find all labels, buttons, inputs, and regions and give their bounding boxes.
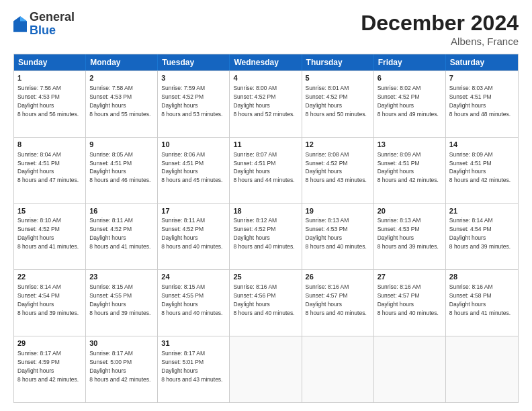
day-number: 6 xyxy=(378,73,442,83)
logo-icon xyxy=(13,16,27,32)
cell-details: Sunrise: 8:06 AMSunset: 4:51 PMDaylight … xyxy=(161,151,222,184)
day-number: 27 xyxy=(378,272,442,282)
day-number: 20 xyxy=(378,206,442,216)
table-row: 23Sunrise: 8:15 AMSunset: 4:55 PMDayligh… xyxy=(86,270,158,336)
table-row: 22Sunrise: 8:14 AMSunset: 4:54 PMDayligh… xyxy=(14,270,86,336)
cal-header-monday: Monday xyxy=(86,54,158,71)
table-row: 18Sunrise: 8:12 AMSunset: 4:52 PMDayligh… xyxy=(230,204,302,270)
cell-details: Sunrise: 7:56 AMSunset: 4:53 PMDaylight … xyxy=(17,85,79,118)
day-number: 15 xyxy=(17,206,82,216)
day-number: 11 xyxy=(233,140,298,150)
cal-header-wednesday: Wednesday xyxy=(230,54,302,71)
cell-details: Sunrise: 7:58 AMSunset: 4:53 PMDaylight … xyxy=(89,85,150,118)
table-row: 10Sunrise: 8:06 AMSunset: 4:51 PMDayligh… xyxy=(158,138,230,203)
logo-blue-text: Blue xyxy=(30,24,75,38)
day-number: 4 xyxy=(233,73,298,83)
cell-details: Sunrise: 8:09 AMSunset: 4:51 PMDaylight … xyxy=(378,151,439,184)
cell-details: Sunrise: 8:16 AMSunset: 4:56 PMDaylight … xyxy=(233,283,294,316)
day-number: 3 xyxy=(161,73,226,83)
table-row: 30Sunrise: 8:17 AMSunset: 5:00 PMDayligh… xyxy=(86,336,158,402)
logo-text: General Blue xyxy=(30,11,75,38)
header: General Blue December 2024 Albens, Franc… xyxy=(13,11,519,47)
table-row: 20Sunrise: 8:13 AMSunset: 4:53 PMDayligh… xyxy=(374,204,446,270)
day-number: 13 xyxy=(378,140,442,150)
cell-details: Sunrise: 8:14 AMSunset: 4:54 PMDaylight … xyxy=(17,283,79,316)
calendar-week-4: 22Sunrise: 8:14 AMSunset: 4:54 PMDayligh… xyxy=(14,269,518,336)
calendar-subtitle: Albens, France xyxy=(361,36,519,47)
cell-details: Sunrise: 8:04 AMSunset: 4:51 PMDaylight … xyxy=(17,151,79,184)
day-number: 29 xyxy=(17,338,82,349)
cell-details: Sunrise: 8:13 AMSunset: 4:53 PMDaylight … xyxy=(378,217,439,250)
cell-details: Sunrise: 8:12 AMSunset: 4:52 PMDaylight … xyxy=(233,217,294,250)
table-row: 6Sunrise: 8:02 AMSunset: 4:52 PMDaylight… xyxy=(374,71,446,137)
day-number: 1 xyxy=(17,73,82,83)
calendar-header-row: SundayMondayTuesdayWednesdayThursdayFrid… xyxy=(14,54,518,71)
table-row xyxy=(302,336,374,402)
table-row xyxy=(374,336,446,402)
day-number: 8 xyxy=(17,140,82,150)
day-number: 18 xyxy=(233,206,298,216)
table-row: 7Sunrise: 8:03 AMSunset: 4:51 PMDaylight… xyxy=(446,71,518,137)
logo-general-text: General xyxy=(30,11,75,24)
calendar-week-2: 8Sunrise: 8:04 AMSunset: 4:51 PMDaylight… xyxy=(14,137,518,203)
day-number: 10 xyxy=(161,140,226,150)
day-number: 2 xyxy=(89,73,154,83)
day-number: 16 xyxy=(89,206,154,216)
table-row: 21Sunrise: 8:14 AMSunset: 4:54 PMDayligh… xyxy=(446,204,518,270)
table-row: 17Sunrise: 8:11 AMSunset: 4:52 PMDayligh… xyxy=(158,204,230,270)
cell-details: Sunrise: 8:09 AMSunset: 4:51 PMDaylight … xyxy=(449,151,511,184)
calendar-body: 1Sunrise: 7:56 AMSunset: 4:53 PMDaylight… xyxy=(14,71,518,402)
cell-details: Sunrise: 8:17 AMSunset: 5:00 PMDaylight … xyxy=(89,350,150,383)
day-number: 25 xyxy=(233,272,298,282)
day-number: 19 xyxy=(306,206,370,216)
table-row: 11Sunrise: 8:07 AMSunset: 4:51 PMDayligh… xyxy=(230,138,302,203)
cell-details: Sunrise: 8:02 AMSunset: 4:52 PMDaylight … xyxy=(378,85,439,118)
cell-details: Sunrise: 7:59 AMSunset: 4:52 PMDaylight … xyxy=(161,85,222,118)
table-row: 25Sunrise: 8:16 AMSunset: 4:56 PMDayligh… xyxy=(230,270,302,336)
calendar: SundayMondayTuesdayWednesdayThursdayFrid… xyxy=(13,54,519,403)
table-row: 24Sunrise: 8:15 AMSunset: 4:55 PMDayligh… xyxy=(158,270,230,336)
day-number: 31 xyxy=(161,338,226,349)
table-row: 31Sunrise: 8:17 AMSunset: 5:01 PMDayligh… xyxy=(158,336,230,402)
cell-details: Sunrise: 8:14 AMSunset: 4:54 PMDaylight … xyxy=(449,217,511,250)
table-row: 8Sunrise: 8:04 AMSunset: 4:51 PMDaylight… xyxy=(14,138,86,203)
table-row: 19Sunrise: 8:13 AMSunset: 4:53 PMDayligh… xyxy=(302,204,374,270)
table-row: 5Sunrise: 8:01 AMSunset: 4:52 PMDaylight… xyxy=(302,71,374,137)
cell-details: Sunrise: 8:16 AMSunset: 4:57 PMDaylight … xyxy=(378,283,439,316)
page: General Blue December 2024 Albens, Franc… xyxy=(0,0,532,411)
cell-details: Sunrise: 8:07 AMSunset: 4:51 PMDaylight … xyxy=(233,151,294,184)
svg-marker-1 xyxy=(20,16,27,21)
cal-header-tuesday: Tuesday xyxy=(158,54,230,71)
calendar-week-5: 29Sunrise: 8:17 AMSunset: 4:59 PMDayligh… xyxy=(14,336,518,402)
cal-header-sunday: Sunday xyxy=(14,54,86,71)
day-number: 7 xyxy=(449,73,515,83)
cell-details: Sunrise: 8:13 AMSunset: 4:53 PMDaylight … xyxy=(306,217,367,250)
table-row xyxy=(446,336,518,402)
table-row: 28Sunrise: 8:16 AMSunset: 4:58 PMDayligh… xyxy=(446,270,518,336)
table-row: 13Sunrise: 8:09 AMSunset: 4:51 PMDayligh… xyxy=(374,138,446,203)
cell-details: Sunrise: 8:11 AMSunset: 4:52 PMDaylight … xyxy=(89,217,150,250)
table-row: 15Sunrise: 8:10 AMSunset: 4:52 PMDayligh… xyxy=(14,204,86,270)
cell-details: Sunrise: 8:01 AMSunset: 4:52 PMDaylight … xyxy=(306,85,367,118)
logo: General Blue xyxy=(13,11,75,38)
cell-details: Sunrise: 8:03 AMSunset: 4:51 PMDaylight … xyxy=(449,85,511,118)
calendar-week-1: 1Sunrise: 7:56 AMSunset: 4:53 PMDaylight… xyxy=(14,71,518,137)
table-row: 1Sunrise: 7:56 AMSunset: 4:53 PMDaylight… xyxy=(14,71,86,137)
cal-header-friday: Friday xyxy=(374,54,446,71)
table-row: 27Sunrise: 8:16 AMSunset: 4:57 PMDayligh… xyxy=(374,270,446,336)
day-number: 14 xyxy=(449,140,515,150)
cell-details: Sunrise: 8:17 AMSunset: 4:59 PMDaylight … xyxy=(17,350,79,383)
day-number: 23 xyxy=(89,272,154,282)
cell-details: Sunrise: 8:15 AMSunset: 4:55 PMDaylight … xyxy=(161,283,222,316)
table-row: 2Sunrise: 7:58 AMSunset: 4:53 PMDaylight… xyxy=(86,71,158,137)
day-number: 26 xyxy=(306,272,370,282)
title-block: December 2024 Albens, France xyxy=(361,11,519,47)
table-row: 3Sunrise: 7:59 AMSunset: 4:52 PMDaylight… xyxy=(158,71,230,137)
cell-details: Sunrise: 8:11 AMSunset: 4:52 PMDaylight … xyxy=(161,217,222,250)
cell-details: Sunrise: 8:17 AMSunset: 5:01 PMDaylight … xyxy=(161,350,222,383)
table-row: 29Sunrise: 8:17 AMSunset: 4:59 PMDayligh… xyxy=(14,336,86,402)
table-row: 4Sunrise: 8:00 AMSunset: 4:52 PMDaylight… xyxy=(230,71,302,137)
table-row: 26Sunrise: 8:16 AMSunset: 4:57 PMDayligh… xyxy=(302,270,374,336)
table-row: 14Sunrise: 8:09 AMSunset: 4:51 PMDayligh… xyxy=(446,138,518,203)
cell-details: Sunrise: 8:08 AMSunset: 4:52 PMDaylight … xyxy=(306,151,367,184)
